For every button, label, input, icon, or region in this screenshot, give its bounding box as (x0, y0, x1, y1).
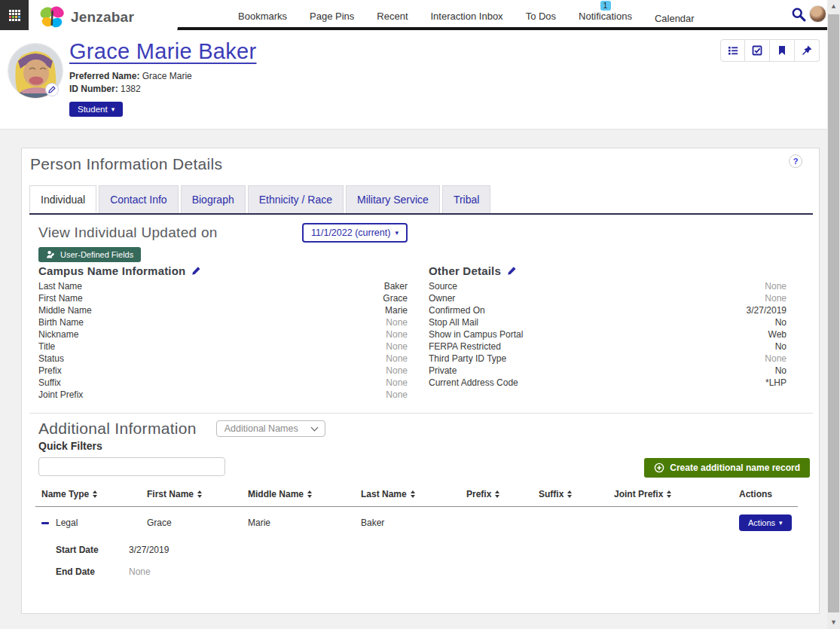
edit-other-details-icon[interactable] (507, 266, 517, 276)
tasks-check-button[interactable] (745, 39, 770, 62)
bookmark-button[interactable] (770, 39, 795, 62)
column-header-suffix[interactable]: Suffix (533, 489, 608, 499)
column-header-first-name[interactable]: First Name (141, 489, 242, 499)
field-value: Web (768, 328, 787, 340)
field-status: StatusNone (38, 353, 408, 365)
field-value: None (386, 389, 408, 401)
jenzabar-app: Jenzabar Bookmarks Page Pins Recent Inte… (0, 0, 840, 629)
scroll-up-arrow[interactable]: ▲ (827, 0, 840, 13)
field-prefix: PrefixNone (38, 365, 408, 377)
user-defined-fields-label: User-Defined Fields (60, 250, 133, 259)
field-label: Suffix (38, 377, 61, 389)
field-value: None (386, 316, 408, 328)
field-label: Birth Name (38, 316, 84, 328)
detail-label: Start Date (56, 544, 129, 556)
field-value: None (386, 340, 408, 353)
person-header: Grace Marie Baker Preferred Name: Grace … (0, 30, 827, 130)
nav-page-pins[interactable]: Page Pins (310, 11, 354, 24)
detail-tabs: Individual Contact Info Biograph Ethnici… (29, 185, 813, 215)
updated-on-date-selector[interactable]: 11/1/2022 (current) ▾ (302, 223, 408, 243)
id-number-label: ID Number: (69, 84, 118, 94)
student-role-button[interactable]: Student ▾ (69, 102, 123, 117)
other-details-section: Other Details SourceNone OwnerNone Confi… (429, 264, 787, 401)
field-value: None (386, 353, 408, 365)
column-header-prefix[interactable]: Prefix (460, 489, 533, 499)
create-additional-name-record-button[interactable]: Create additional name record (644, 458, 810, 478)
record-list-button[interactable] (720, 39, 745, 62)
page-scrollbar[interactable]: ▲ ▼ (827, 0, 840, 629)
sort-icon (567, 490, 572, 498)
sort-icon (307, 490, 312, 498)
nav-bookmarks[interactable]: Bookmarks (238, 11, 287, 24)
user-avatar[interactable] (809, 5, 826, 23)
field-value: 3/27/2019 (747, 304, 787, 316)
column-header-actions: Actions (733, 489, 798, 499)
caret-down-icon: ▾ (111, 106, 115, 113)
additional-info-type-value: Additional Names (225, 423, 298, 434)
field-label: First Name (38, 292, 83, 304)
edit-campus-name-icon[interactable] (191, 266, 201, 276)
cell-first-name: Grace (141, 518, 242, 528)
jenzabar-logo[interactable]: Jenzabar (29, 0, 178, 35)
tab-military-service[interactable]: Military Service (346, 185, 440, 213)
pin-button[interactable] (795, 39, 820, 62)
user-defined-fields-button[interactable]: User-Defined Fields (38, 247, 141, 262)
field-value: *LHP (765, 377, 787, 389)
nav-calendar[interactable]: Calendar (655, 13, 695, 24)
cell-middle-name: Marie (242, 518, 355, 528)
nav-interaction-inbox[interactable]: Interaction Inbox (431, 11, 503, 24)
field-owner: OwnerNone (429, 292, 787, 304)
scrollbar-thumb[interactable] (828, 14, 839, 612)
other-details-heading: Other Details (429, 264, 501, 277)
detail-label: End Date (56, 566, 129, 578)
preferred-name-label: Preferred Name: (69, 71, 139, 81)
row-actions-button[interactable]: Actions ▾ (739, 514, 792, 531)
collapse-row-icon[interactable] (41, 522, 49, 524)
column-header-middle-name[interactable]: Middle Name (242, 489, 355, 499)
tab-contact-info[interactable]: Contact Info (99, 185, 179, 213)
field-joint-prefix: Joint PrefixNone (38, 389, 408, 401)
field-birth-name: Birth NameNone (38, 316, 408, 328)
field-label: Owner (429, 292, 455, 304)
field-last-name: Last NameBaker (38, 280, 408, 292)
nav-recent[interactable]: Recent (377, 11, 408, 24)
person-name-link[interactable]: Grace Marie Baker (69, 39, 256, 64)
field-label: Show in Campus Portal (429, 328, 523, 340)
tab-biograph[interactable]: Biograph (181, 185, 246, 213)
card-title: Person Information Details (30, 155, 222, 173)
additional-names-table: Name Type First Name Middle Name Last Na… (35, 489, 798, 588)
top-nav-menu: Bookmarks Page Pins Recent Interaction I… (238, 11, 695, 24)
plus-circle-icon (654, 463, 664, 473)
field-first-name: First NameGrace (38, 292, 408, 304)
tab-tribal[interactable]: Tribal (442, 185, 491, 213)
section-divider (29, 413, 813, 414)
notification-count-badge: 1 (600, 1, 611, 11)
column-header-joint-prefix[interactable]: Joint Prefix (608, 489, 733, 499)
quick-filter-input[interactable] (38, 457, 225, 476)
search-icon[interactable] (791, 7, 806, 22)
additional-info-type-select[interactable]: Additional Names (216, 420, 325, 437)
caret-down-icon: ▾ (395, 230, 399, 237)
edit-photo-button[interactable] (45, 83, 59, 96)
field-label: Source (429, 280, 457, 292)
field-label: Last Name (38, 280, 82, 292)
brand-wordmark: Jenzabar (71, 9, 134, 26)
app-launcher-button[interactable] (0, 0, 29, 30)
view-individual-heading: View Individual Updated on (38, 224, 302, 241)
field-ferpa-restricted: FERPA RestrictedNo (429, 340, 787, 353)
nav-to-dos[interactable]: To Dos (526, 11, 556, 24)
nav-notifications[interactable]: 1 Notifications (579, 11, 632, 24)
field-private: PrivateNo (429, 365, 787, 377)
tab-individual[interactable]: Individual (29, 185, 96, 213)
field-label: FERPA Restricted (429, 340, 501, 353)
sort-icon (495, 490, 499, 498)
scroll-down-arrow[interactable]: ▼ (827, 616, 840, 629)
column-header-name-type[interactable]: Name Type (35, 489, 141, 499)
column-header-last-name[interactable]: Last Name (355, 489, 460, 499)
field-value: None (386, 365, 408, 377)
updated-on-date-value: 11/1/2022 (current) (311, 227, 390, 238)
tab-ethnicity-race[interactable]: Ethnicity / Race (248, 185, 344, 213)
field-label: Current Address Code (429, 377, 518, 389)
field-label: Status (38, 353, 64, 365)
help-button[interactable]: ? (789, 154, 802, 168)
